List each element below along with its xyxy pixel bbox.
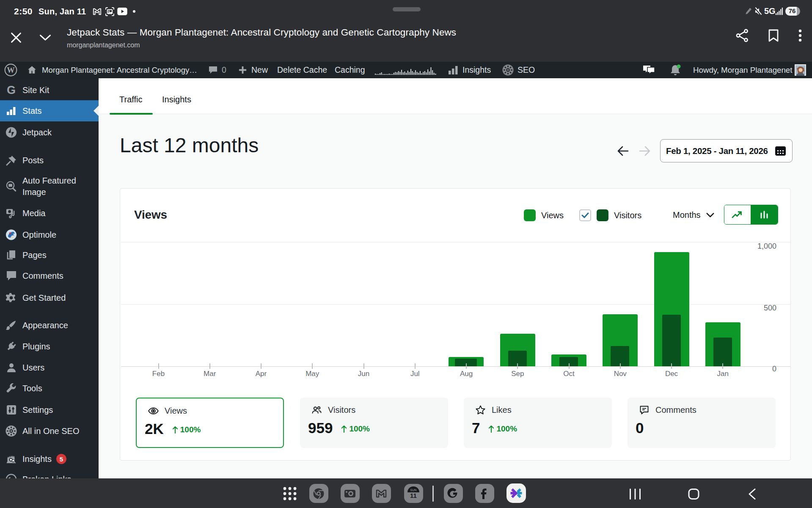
svg-text:SUN: SUN [410, 489, 417, 492]
svg-text:W: W [7, 66, 15, 74]
svg-text:11: 11 [410, 492, 417, 499]
